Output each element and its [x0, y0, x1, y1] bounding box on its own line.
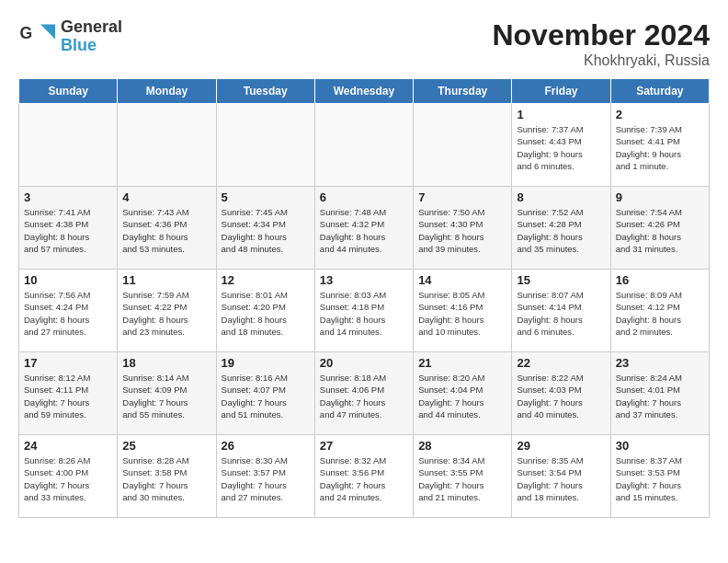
calendar-week-row: 17Sunrise: 8:12 AM Sunset: 4:11 PM Dayli…: [19, 352, 710, 435]
calendar-cell: [118, 104, 216, 187]
calendar-cell: 27Sunrise: 8:32 AM Sunset: 3:56 PM Dayli…: [314, 435, 413, 518]
location-subtitle: Khokhryaki, Russia: [492, 52, 710, 69]
day-number: 20: [320, 356, 408, 370]
calendar-week-row: 1Sunrise: 7:37 AM Sunset: 4:43 PM Daylig…: [19, 104, 710, 187]
day-number: 3: [24, 190, 112, 204]
calendar-cell: 17Sunrise: 8:12 AM Sunset: 4:11 PM Dayli…: [19, 352, 118, 435]
calendar-cell: 4Sunrise: 7:43 AM Sunset: 4:36 PM Daylig…: [118, 187, 216, 270]
day-info: Sunrise: 8:24 AM Sunset: 4:01 PM Dayligh…: [616, 372, 704, 420]
calendar-cell: 30Sunrise: 8:37 AM Sunset: 3:53 PM Dayli…: [610, 435, 709, 518]
svg-marker-1: [40, 24, 55, 39]
calendar-cell: 15Sunrise: 8:07 AM Sunset: 4:14 PM Dayli…: [512, 270, 610, 352]
calendar-cell: 16Sunrise: 8:09 AM Sunset: 4:12 PM Dayli…: [610, 270, 709, 352]
day-info: Sunrise: 7:43 AM Sunset: 4:36 PM Dayligh…: [122, 206, 210, 255]
day-number: 9: [616, 190, 704, 204]
logo-general-text: General: [61, 18, 122, 37]
day-number: 19: [222, 356, 310, 370]
day-number: 30: [616, 439, 704, 453]
calendar-cell: 29Sunrise: 8:35 AM Sunset: 3:54 PM Dayli…: [512, 435, 610, 518]
day-number: 23: [616, 356, 704, 370]
calendar-cell: 12Sunrise: 8:01 AM Sunset: 4:20 PM Dayli…: [216, 270, 314, 352]
calendar-cell: 22Sunrise: 8:22 AM Sunset: 4:03 PM Dayli…: [512, 352, 610, 435]
day-number: 7: [418, 190, 506, 204]
calendar-cell: 11Sunrise: 7:59 AM Sunset: 4:22 PM Dayli…: [118, 270, 216, 352]
calendar-cell: 24Sunrise: 8:26 AM Sunset: 4:00 PM Dayli…: [19, 435, 118, 518]
calendar-cell: 19Sunrise: 8:16 AM Sunset: 4:07 PM Dayli…: [216, 352, 314, 435]
calendar-cell: [19, 104, 118, 187]
calendar-header-wednesday: Wednesday: [314, 79, 413, 104]
calendar-header-thursday: Thursday: [414, 79, 512, 104]
calendar-cell: 5Sunrise: 7:45 AM Sunset: 4:34 PM Daylig…: [216, 187, 314, 270]
day-number: 5: [222, 190, 310, 204]
day-number: 8: [517, 190, 605, 204]
day-number: 25: [122, 439, 210, 453]
calendar-cell: 13Sunrise: 8:03 AM Sunset: 4:18 PM Dayli…: [314, 270, 413, 352]
day-number: 22: [517, 356, 605, 370]
day-number: 21: [418, 356, 506, 370]
calendar-cell: 25Sunrise: 8:28 AM Sunset: 3:58 PM Dayli…: [118, 435, 216, 518]
day-info: Sunrise: 8:14 AM Sunset: 4:09 PM Dayligh…: [122, 372, 210, 420]
day-info: Sunrise: 7:41 AM Sunset: 4:38 PM Dayligh…: [24, 206, 112, 255]
logo-blue-text: Blue: [61, 37, 122, 55]
day-number: 24: [24, 439, 112, 453]
day-number: 28: [418, 439, 506, 453]
calendar-cell: 2Sunrise: 7:39 AM Sunset: 4:41 PM Daylig…: [610, 104, 709, 187]
day-number: 29: [517, 439, 605, 453]
day-info: Sunrise: 8:18 AM Sunset: 4:06 PM Dayligh…: [320, 372, 408, 420]
day-info: Sunrise: 7:37 AM Sunset: 4:43 PM Dayligh…: [517, 123, 605, 172]
calendar-cell: 1Sunrise: 7:37 AM Sunset: 4:43 PM Daylig…: [512, 104, 610, 187]
day-number: 16: [616, 273, 704, 287]
day-number: 13: [320, 273, 408, 287]
day-info: Sunrise: 7:48 AM Sunset: 4:32 PM Dayligh…: [320, 206, 408, 255]
calendar-cell: [414, 104, 512, 187]
day-info: Sunrise: 7:59 AM Sunset: 4:22 PM Dayligh…: [122, 289, 210, 338]
calendar-header-row: SundayMondayTuesdayWednesdayThursdayFrid…: [19, 79, 710, 104]
calendar-header-tuesday: Tuesday: [216, 79, 314, 104]
day-info: Sunrise: 8:01 AM Sunset: 4:20 PM Dayligh…: [222, 289, 310, 338]
calendar-week-row: 24Sunrise: 8:26 AM Sunset: 4:00 PM Dayli…: [19, 435, 710, 518]
day-info: Sunrise: 8:03 AM Sunset: 4:18 PM Dayligh…: [320, 289, 408, 338]
day-number: 27: [320, 439, 408, 453]
calendar-header-sunday: Sunday: [19, 79, 118, 104]
day-info: Sunrise: 8:32 AM Sunset: 3:56 PM Dayligh…: [320, 454, 408, 503]
day-number: 11: [122, 273, 210, 287]
calendar-table: SundayMondayTuesdayWednesdayThursdayFrid…: [18, 78, 710, 518]
calendar-cell: 10Sunrise: 7:56 AM Sunset: 4:24 PM Dayli…: [19, 270, 118, 352]
day-info: Sunrise: 7:39 AM Sunset: 4:41 PM Dayligh…: [616, 123, 704, 172]
calendar-cell: 7Sunrise: 7:50 AM Sunset: 4:30 PM Daylig…: [414, 187, 512, 270]
calendar-header-saturday: Saturday: [610, 79, 709, 104]
day-number: 10: [24, 273, 112, 287]
day-info: Sunrise: 7:50 AM Sunset: 4:30 PM Dayligh…: [418, 206, 506, 255]
day-info: Sunrise: 7:56 AM Sunset: 4:24 PM Dayligh…: [24, 289, 112, 338]
day-info: Sunrise: 8:16 AM Sunset: 4:07 PM Dayligh…: [222, 372, 310, 420]
calendar-cell: [216, 104, 314, 187]
svg-text:G: G: [20, 24, 33, 42]
calendar-cell: 26Sunrise: 8:30 AM Sunset: 3:57 PM Dayli…: [216, 435, 314, 518]
calendar-cell: 23Sunrise: 8:24 AM Sunset: 4:01 PM Dayli…: [610, 352, 709, 435]
calendar-cell: 9Sunrise: 7:54 AM Sunset: 4:26 PM Daylig…: [610, 187, 709, 270]
day-number: 12: [222, 273, 310, 287]
calendar-header-monday: Monday: [118, 79, 216, 104]
day-number: 17: [24, 356, 112, 370]
day-info: Sunrise: 7:45 AM Sunset: 4:34 PM Dayligh…: [222, 206, 310, 255]
logo: G General Blue: [18, 18, 122, 55]
calendar-cell: 6Sunrise: 7:48 AM Sunset: 4:32 PM Daylig…: [314, 187, 413, 270]
day-number: 18: [122, 356, 210, 370]
day-info: Sunrise: 8:28 AM Sunset: 3:58 PM Dayligh…: [122, 454, 210, 503]
day-info: Sunrise: 8:34 AM Sunset: 3:55 PM Dayligh…: [418, 454, 506, 503]
calendar-cell: 18Sunrise: 8:14 AM Sunset: 4:09 PM Dayli…: [118, 352, 216, 435]
day-info: Sunrise: 8:26 AM Sunset: 4:00 PM Dayligh…: [24, 454, 112, 503]
day-info: Sunrise: 7:54 AM Sunset: 4:26 PM Dayligh…: [616, 206, 704, 255]
day-number: 6: [320, 190, 408, 204]
title-block: November 2024 Khokhryaki, Russia: [492, 18, 710, 69]
day-number: 15: [517, 273, 605, 287]
day-info: Sunrise: 8:12 AM Sunset: 4:11 PM Dayligh…: [24, 372, 112, 420]
day-info: Sunrise: 8:37 AM Sunset: 3:53 PM Dayligh…: [616, 454, 704, 503]
calendar-cell: 14Sunrise: 8:05 AM Sunset: 4:16 PM Dayli…: [414, 270, 512, 352]
calendar-cell: 21Sunrise: 8:20 AM Sunset: 4:04 PM Dayli…: [414, 352, 512, 435]
day-info: Sunrise: 8:22 AM Sunset: 4:03 PM Dayligh…: [517, 372, 605, 420]
calendar-week-row: 3Sunrise: 7:41 AM Sunset: 4:38 PM Daylig…: [19, 187, 710, 270]
day-number: 4: [122, 190, 210, 204]
calendar-cell: 20Sunrise: 8:18 AM Sunset: 4:06 PM Dayli…: [314, 352, 413, 435]
day-info: Sunrise: 8:20 AM Sunset: 4:04 PM Dayligh…: [418, 372, 506, 420]
